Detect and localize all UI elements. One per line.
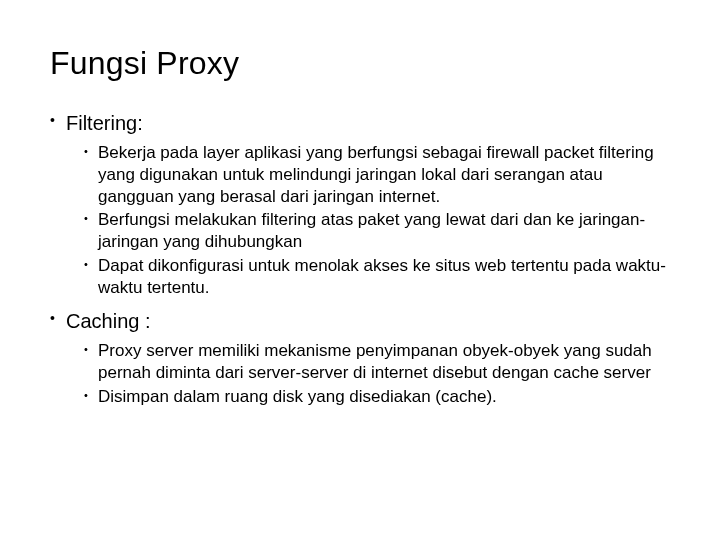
- caching-sublist: Proxy server memiliki mekanisme penyimpa…: [66, 340, 670, 407]
- item-text: Bekerja pada layer aplikasi yang berfung…: [98, 143, 654, 206]
- item-text: Dapat dikonfigurasi untuk menolak akses …: [98, 256, 666, 297]
- item-text: Berfungsi melakukan filtering atas paket…: [98, 210, 645, 251]
- slide-title: Fungsi Proxy: [50, 45, 670, 82]
- content-list: Filtering: Bekerja pada layer aplikasi y…: [50, 110, 670, 408]
- list-item: Disimpan dalam ruang disk yang disediaka…: [84, 386, 670, 408]
- slide: Fungsi Proxy Filtering: Bekerja pada lay…: [0, 0, 720, 540]
- section-heading: Caching :: [66, 310, 151, 332]
- section-heading: Filtering:: [66, 112, 143, 134]
- filtering-sublist: Bekerja pada layer aplikasi yang berfung…: [66, 142, 670, 298]
- section-filtering: Filtering: Bekerja pada layer aplikasi y…: [50, 110, 670, 298]
- list-item: Dapat dikonfigurasi untuk menolak akses …: [84, 255, 670, 299]
- list-item: Proxy server memiliki mekanisme penyimpa…: [84, 340, 670, 384]
- list-item: Berfungsi melakukan filtering atas paket…: [84, 209, 670, 253]
- section-caching: Caching : Proxy server memiliki mekanism…: [50, 308, 670, 407]
- item-text: Proxy server memiliki mekanisme penyimpa…: [98, 341, 652, 382]
- item-text: Disimpan dalam ruang disk yang disediaka…: [98, 387, 497, 406]
- list-item: Bekerja pada layer aplikasi yang berfung…: [84, 142, 670, 207]
